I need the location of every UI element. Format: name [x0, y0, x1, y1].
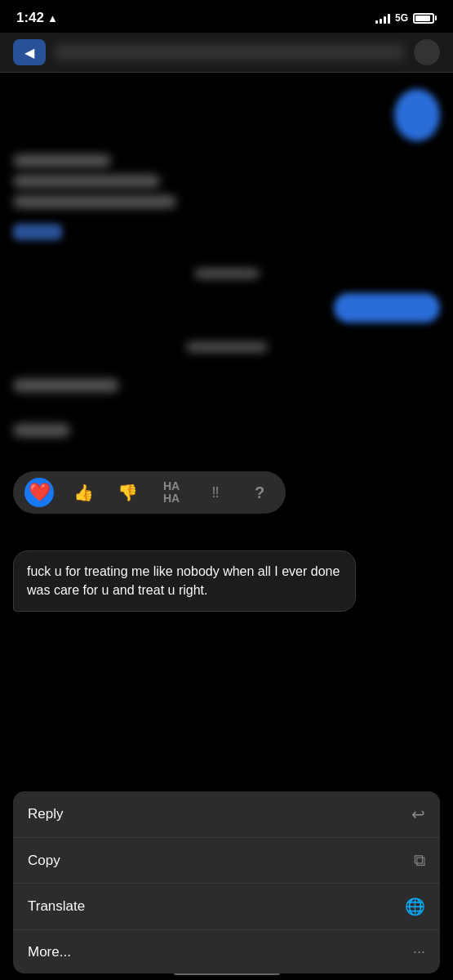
- more-icon: ···: [413, 943, 425, 960]
- heart-icon: ❤️: [29, 482, 51, 503]
- battery-fill: [415, 16, 430, 21]
- message-text: fuck u for treating me like nobody when …: [27, 564, 340, 596]
- battery-tip: [435, 16, 437, 20]
- more-label: More...: [28, 944, 71, 960]
- copy-icon: ⧉: [414, 851, 425, 870]
- blur-line-4: [13, 379, 119, 392]
- back-arrow-icon: ◀: [24, 45, 34, 60]
- signal-bar-1: [375, 20, 378, 24]
- signal-bar-2: [380, 19, 382, 24]
- reply-icon: ↩: [411, 804, 425, 824]
- clock: 1:42: [16, 10, 44, 26]
- exclaim-reaction-button[interactable]: ‼: [201, 478, 230, 507]
- chat-bubble-right: [334, 293, 440, 323]
- message-bubble-area: fuck u for treating me like nobody when …: [13, 550, 440, 612]
- thumbs-up-icon: 👍: [73, 483, 94, 502]
- reaction-bar: ❤️ 👍 👎 HAHA ‼ ?: [13, 471, 286, 514]
- signal-bar-4: [388, 14, 390, 24]
- top-nav: ◀: [0, 33, 453, 73]
- question-icon: ?: [255, 483, 264, 502]
- reply-menu-item[interactable]: Reply ↩: [13, 791, 440, 838]
- thumbs-down-icon: 👎: [118, 483, 138, 502]
- chat-area: ❤️ 👍 👎 HAHA ‼ ? fuck u for treating me l…: [0, 73, 453, 661]
- status-icons: 5G: [375, 12, 437, 24]
- nav-action-button[interactable]: [414, 39, 440, 65]
- timestamp-2: [186, 342, 268, 352]
- haha-icon: HAHA: [163, 480, 180, 506]
- blur-tag: [13, 224, 62, 240]
- timestamp-1: [194, 269, 260, 278]
- avatar-right: [394, 89, 440, 141]
- signal-bars: [375, 12, 390, 24]
- message-bubble: fuck u for treating me like nobody when …: [13, 550, 356, 612]
- status-time: 1:42 ▲: [16, 10, 58, 26]
- battery-container: [413, 13, 437, 24]
- blur-line-3: [13, 195, 176, 208]
- more-menu-item[interactable]: More... ···: [13, 930, 440, 973]
- signal-bar-3: [384, 16, 386, 24]
- blur-line-2: [13, 175, 160, 188]
- thumbs-down-reaction-button[interactable]: 👎: [113, 478, 142, 507]
- status-bar: 1:42 ▲ 5G: [0, 0, 453, 33]
- network-type: 5G: [395, 12, 408, 24]
- translate-label: Translate: [28, 898, 85, 915]
- thumbs-up-reaction-button[interactable]: 👍: [69, 478, 98, 507]
- reaction-bar-container: ❤️ 👍 👎 HAHA ‼ ?: [13, 471, 286, 514]
- exclaim-icon: ‼: [212, 484, 220, 501]
- question-reaction-button[interactable]: ?: [245, 478, 274, 507]
- back-button[interactable]: ◀: [13, 39, 46, 65]
- context-menu-card: Reply ↩ Copy ⧉ Translate 🌐 More... ···: [13, 791, 440, 973]
- blur-line-5: [13, 424, 70, 437]
- location-arrow-icon: ▲: [47, 12, 58, 24]
- reply-label: Reply: [28, 806, 63, 822]
- translate-menu-item[interactable]: Translate 🌐: [13, 884, 440, 930]
- copy-menu-item[interactable]: Copy ⧉: [13, 838, 440, 884]
- nav-title-blurred: [56, 44, 404, 60]
- context-menu: Reply ↩ Copy ⧉ Translate 🌐 More... ···: [0, 791, 453, 980]
- translate-icon: 🌐: [405, 897, 425, 916]
- haha-reaction-button[interactable]: HAHA: [157, 478, 186, 507]
- blur-line-1: [13, 154, 111, 167]
- copy-label: Copy: [28, 853, 60, 869]
- heart-reaction-button[interactable]: ❤️: [24, 478, 54, 507]
- battery-icon: [413, 13, 434, 24]
